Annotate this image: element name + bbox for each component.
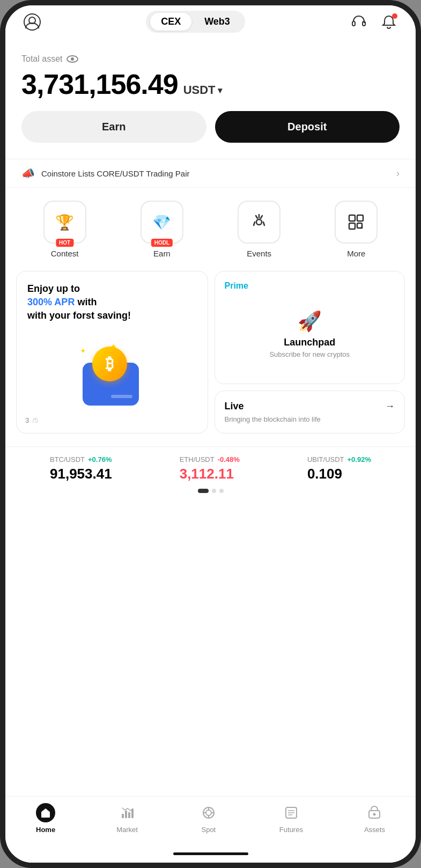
btc-change: +0.76% [88, 455, 112, 464]
notification-icon[interactable] [378, 11, 400, 33]
futures-icon [282, 803, 301, 822]
notification-badge [392, 13, 397, 19]
more-label: More [347, 249, 365, 258]
asset-currency[interactable]: USDT ▾ [183, 83, 222, 97]
slide-total: /5 [32, 416, 38, 424]
events-label: Events [247, 249, 271, 258]
events-icon-box [238, 201, 280, 244]
assets-label: Assets [364, 826, 385, 834]
quick-action-events[interactable]: Events [238, 201, 280, 258]
phone-frame: CEX Web3 Total [0, 0, 421, 868]
announcement-content: 📣 Coinstore Lists CORE/USDT Trading Pair [21, 167, 189, 180]
contest-icon-box: 🏆 HOT [43, 201, 86, 244]
action-buttons: Earn Deposit [21, 111, 400, 143]
megaphone-icon: 📣 [21, 167, 35, 180]
main-content: Total asset 3,731,156.49 USDT ▾ Earn Dep… [5, 43, 416, 796]
right-cards: Prime 🚀 Launchpad Subscribe for new cryp… [215, 271, 405, 433]
total-asset-text: Total asset [21, 54, 62, 64]
ticker-ubit[interactable]: UBIT/USDT +0.92% 0.109 [307, 455, 371, 482]
quick-action-contest[interactable]: 🏆 HOT Contest [43, 201, 86, 258]
asset-section: Total asset 3,731,156.49 USDT ▾ Earn Dep… [5, 43, 416, 159]
announcement-bar[interactable]: 📣 Coinstore Lists CORE/USDT Trading Pair… [5, 159, 416, 188]
home-bar [5, 844, 416, 863]
live-description: Bringing the blockchain into life [225, 415, 395, 423]
live-title: Live [225, 401, 244, 412]
svg-line-5 [261, 216, 262, 218]
launchpad-title: Launchpad [284, 337, 335, 348]
launchpad-card[interactable]: Prime 🚀 Launchpad Subscribe for new cryp… [215, 271, 405, 384]
support-icon[interactable] [348, 11, 370, 33]
announcement-text: Coinstore Lists CORE/USDT Trading Pair [41, 169, 189, 178]
ticker-pagination [16, 489, 405, 498]
dot-1 [198, 489, 209, 493]
saving-title: Enjoy up to 300% APR with with your fors… [27, 282, 197, 323]
earn-button[interactable]: Earn [21, 111, 206, 143]
assets-icon [365, 803, 384, 822]
market-icon [117, 803, 137, 822]
nav-assets[interactable]: Assets [364, 803, 385, 834]
live-card[interactable]: Live → Bringing the blockchain into life [215, 391, 405, 433]
ubit-price: 0.109 [307, 466, 371, 482]
arrow-right-icon: → [385, 401, 395, 412]
eth-pair: ETH/USDT [180, 455, 215, 464]
cards-section: Enjoy up to 300% APR with with your fors… [5, 271, 416, 446]
home-indicator [173, 852, 248, 855]
ticker-btc[interactable]: BTC/USDT +0.76% 91,953.41 [50, 455, 112, 482]
eth-price: 3,112.11 [180, 466, 240, 482]
market-label: Market [116, 826, 138, 834]
hodl-badge: HODL [151, 239, 173, 247]
spot-label: Spot [201, 826, 216, 834]
svg-rect-18 [128, 812, 130, 818]
ticker-row: BTC/USDT +0.76% 91,953.41 ETH/USDT -0.48… [16, 455, 405, 482]
tab-cex[interactable]: CEX [150, 13, 191, 31]
profile-button[interactable] [21, 11, 43, 33]
launchpad-desc: Subscribe for new cryptos [269, 350, 350, 358]
nav-spot[interactable]: Spot [199, 803, 218, 834]
visibility-icon[interactable] [67, 55, 78, 63]
dot-2 [212, 489, 216, 493]
svg-rect-12 [349, 223, 355, 229]
home-icon [36, 803, 55, 822]
home-label: Home [36, 826, 55, 834]
svg-rect-17 [125, 811, 127, 818]
rocket-icon: 🚀 [298, 310, 322, 333]
quick-action-more[interactable]: More [335, 201, 378, 258]
asset-label: Total asset [21, 54, 400, 64]
dot-3 [219, 489, 224, 493]
prime-label: Prime [225, 281, 395, 291]
svg-line-6 [256, 216, 257, 218]
svg-point-9 [256, 219, 262, 225]
hot-badge: HOT [56, 239, 73, 247]
asset-amount-row: 3,731,156.49 USDT ▾ [21, 68, 400, 100]
nav-tabs: CEX Web3 [146, 11, 245, 33]
svg-rect-2 [352, 21, 355, 26]
bottom-navigation: Home Market [5, 796, 416, 844]
svg-rect-16 [122, 814, 124, 818]
deposit-button[interactable]: Deposit [215, 111, 400, 143]
saving-card-content: Enjoy up to 300% APR with with your fors… [17, 271, 208, 336]
nav-market[interactable]: Market [116, 803, 138, 834]
ubit-change: +0.92% [348, 455, 371, 464]
svg-point-0 [24, 14, 40, 30]
asset-value: 3,731,156.49 [21, 68, 178, 100]
btc-pair: BTC/USDT [50, 455, 85, 464]
svg-line-7 [254, 222, 255, 225]
svg-rect-13 [357, 223, 362, 228]
more-icon-box [335, 201, 378, 244]
svg-rect-19 [131, 809, 134, 818]
ubit-pair: UBIT/USDT [307, 455, 344, 464]
nav-home[interactable]: Home [36, 803, 55, 834]
top-navigation: CEX Web3 [5, 5, 416, 43]
ticker-section: BTC/USDT +0.76% 91,953.41 ETH/USDT -0.48… [5, 446, 416, 507]
nav-futures[interactable]: Futures [279, 803, 303, 834]
quick-action-earn[interactable]: 💎 HODL Earn [141, 201, 183, 258]
live-header: Live → [225, 401, 395, 412]
saving-card[interactable]: Enjoy up to 300% APR with with your fors… [16, 271, 208, 433]
ticker-eth[interactable]: ETH/USDT -0.48% 3,112.11 [180, 455, 240, 482]
chevron-right-icon: › [396, 168, 400, 179]
tab-web3[interactable]: Web3 [194, 13, 241, 31]
futures-label: Futures [279, 826, 303, 834]
slide-indicator: 3 [25, 416, 29, 424]
earn-icon-box: 💎 HODL [141, 201, 183, 244]
btc-price: 91,953.41 [50, 466, 112, 482]
